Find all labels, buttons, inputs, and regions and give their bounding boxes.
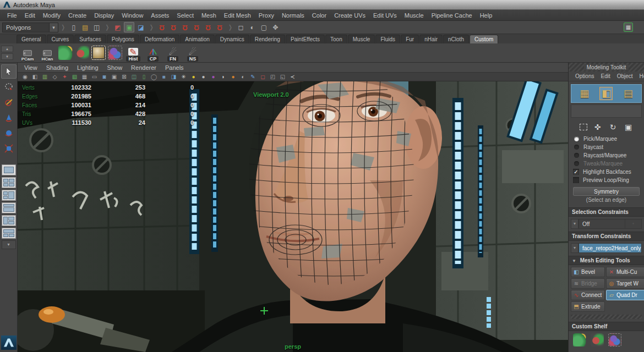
- shadows-icon[interactable]: ●: [199, 73, 208, 81]
- modeling-toolkit-titlebar[interactable]: Modeling Toolkit: [569, 63, 644, 72]
- shelf-tab-general[interactable]: General: [17, 35, 46, 43]
- shelf-tab-toon[interactable]: Toon: [325, 35, 347, 43]
- menu-edit[interactable]: Edit: [21, 12, 39, 19]
- greasepencil-icon[interactable]: ▧: [70, 73, 79, 81]
- two-d-pan-icon[interactable]: ✦: [61, 73, 69, 81]
- shelf-scroll-up-icon[interactable]: ▴: [1, 46, 13, 52]
- chevron-down-icon[interactable]: ▾: [571, 243, 578, 253]
- image-plane-icon[interactable]: ◇: [51, 73, 59, 81]
- camera-select-icon[interactable]: ◉: [21, 73, 29, 81]
- menu-muscle[interactable]: Muscle: [401, 12, 428, 19]
- menu-modify[interactable]: Modify: [39, 12, 64, 19]
- snap-point-button[interactable]: Ω: [180, 22, 190, 32]
- vp-menu-view[interactable]: View: [20, 64, 42, 71]
- menu-create[interactable]: Create: [64, 12, 90, 19]
- selection-constraints-header[interactable]: Selection Constraints: [569, 207, 644, 217]
- viewport-scene[interactable]: Verts 102332 253 0 Edges 201985 468 0 Fa…: [18, 81, 568, 352]
- shelf-scroll-down-icon[interactable]: ▾: [1, 53, 13, 60]
- shelf-tab-surfaces[interactable]: Surfaces: [74, 35, 106, 43]
- bridge-tool-button[interactable]: ≋ Bridge: [571, 278, 605, 289]
- shelf-tab-custom[interactable]: Custom: [470, 35, 498, 43]
- scale-icon[interactable]: ▣: [624, 122, 634, 132]
- menu-assets[interactable]: Assets: [147, 12, 173, 19]
- shelf-tab-curves[interactable]: Curves: [47, 35, 74, 43]
- checkbox-preview-loop-ring[interactable]: Preview Loop/Ring: [569, 176, 644, 184]
- vp-menu-lighting[interactable]: Lighting: [73, 64, 103, 71]
- menu-file[interactable]: File: [3, 12, 21, 19]
- bookmark-icon[interactable]: ▥: [41, 73, 49, 81]
- custom-shelf-paint-icon[interactable]: [608, 333, 621, 346]
- shelf-tab-nhair[interactable]: nHair: [419, 35, 443, 43]
- grid-icon[interactable]: ▦: [80, 73, 89, 81]
- lasso-tool-button[interactable]: [1, 80, 17, 94]
- resolution-gate-icon[interactable]: ◙: [100, 73, 108, 81]
- shelf-tool-paint-icon[interactable]: [108, 46, 122, 60]
- safe-title-icon[interactable]: ▯: [140, 73, 148, 81]
- textured-icon[interactable]: ◨: [170, 73, 178, 81]
- shelf-tab-fluids[interactable]: Fluids: [375, 35, 400, 43]
- mesh-editing-tools-header[interactable]: ▼ Mesh Editing Tools: [569, 256, 644, 265]
- vp-menu-show[interactable]: Show: [103, 64, 127, 71]
- vp-menu-shading[interactable]: Shading: [42, 64, 73, 71]
- menu-create-uvs[interactable]: Create UVs: [330, 12, 369, 19]
- connect-tool-button[interactable]: ∿ Connect: [571, 290, 605, 300]
- chevron-down-icon[interactable]: ▾: [571, 219, 578, 229]
- shelf-tab-rendering[interactable]: Rendering: [250, 35, 285, 43]
- bevel-tool-button[interactable]: ◧ Bevel: [571, 267, 605, 277]
- move-icon[interactable]: ✜: [593, 122, 603, 132]
- field-chart-icon[interactable]: ⊠: [120, 73, 128, 81]
- face-mode-icon[interactable]: ▤: [621, 87, 635, 100]
- radio-raycast[interactable]: Raycast: [569, 143, 644, 151]
- marquee-select-icon[interactable]: [580, 124, 587, 130]
- select-component-button[interactable]: ◪: [135, 22, 146, 32]
- shelf-tab-dynamics[interactable]: Dynamics: [215, 35, 249, 43]
- select-object-button[interactable]: ▣: [124, 22, 134, 32]
- render-current-button[interactable]: ◐: [247, 22, 258, 32]
- paint-select-tool-button[interactable]: [1, 95, 17, 109]
- vertex-mode-icon[interactable]: ▦: [578, 87, 591, 100]
- menu-pipeline-cache[interactable]: Pipeline Cache: [428, 12, 476, 19]
- menu-help[interactable]: Help: [476, 12, 496, 19]
- render-view-button[interactable]: ◻: [236, 22, 246, 32]
- menu-mesh[interactable]: Mesh: [198, 12, 220, 19]
- make-live-button[interactable]: Ω: [215, 22, 225, 32]
- edge-mode-icon[interactable]: ◧: [599, 87, 613, 100]
- multi-component-row[interactable]: [571, 105, 642, 118]
- shelf-tab-painteffects[interactable]: PaintEffects: [286, 35, 325, 43]
- menu-edit-mesh[interactable]: Edit Mesh: [220, 12, 255, 19]
- new-scene-button[interactable]: ▯: [68, 22, 79, 32]
- select-tool-button[interactable]: [1, 64, 17, 79]
- rotate-tool-button[interactable]: [1, 126, 17, 140]
- selection-constraint-dropdown[interactable]: Off: [578, 219, 625, 229]
- mt-menu-help[interactable]: Help: [636, 73, 644, 79]
- layout-persp-outliner-button[interactable]: [2, 190, 16, 201]
- shelf-tool-glove-icon[interactable]: [58, 46, 73, 60]
- shelf-tool-plant-icon[interactable]: [75, 46, 89, 60]
- target-weld-tool-button[interactable]: ◎ Target W: [606, 278, 644, 289]
- layout-more-dropdown[interactable]: ▾: [2, 240, 16, 249]
- transform-constraints-header[interactable]: Transform Constraints: [569, 232, 644, 241]
- shelf-tab-ncloth[interactable]: nCloth: [443, 35, 469, 43]
- snap-view-button[interactable]: Ω: [203, 22, 214, 32]
- extrude-tool-button[interactable]: ⬒ Extrude: [571, 301, 605, 312]
- scale-tool-button[interactable]: [1, 141, 17, 156]
- menu-window[interactable]: Window: [118, 12, 147, 19]
- shelf-button-fn[interactable]: ☄ FN: [163, 44, 182, 62]
- layout-four-view-button[interactable]: [2, 177, 16, 188]
- menu-normals[interactable]: Normals: [278, 12, 308, 19]
- vp-menu-panels[interactable]: Panels: [161, 64, 188, 71]
- gate-mask-icon[interactable]: ▣: [110, 73, 118, 81]
- menu-select[interactable]: Select: [173, 12, 198, 19]
- group-separator[interactable]: ❭: [105, 24, 110, 31]
- group-separator[interactable]: ❭: [228, 24, 233, 31]
- render-settings-button[interactable]: ✥: [270, 22, 281, 32]
- layout-persp-graph-button[interactable]: [2, 202, 16, 213]
- custom-shelf-plant-icon[interactable]: [591, 333, 604, 346]
- layout-hypershade-persp-button[interactable]: [2, 215, 16, 226]
- snap-curve-button[interactable]: Ω: [168, 22, 179, 32]
- vp-menu-renderer[interactable]: Renderer: [127, 64, 161, 71]
- ambient-light-icon[interactable]: ●: [189, 73, 198, 81]
- menu-proxy[interactable]: Proxy: [255, 12, 278, 19]
- film-gate-icon[interactable]: ▭: [90, 73, 99, 81]
- ipr-render-button[interactable]: ▢: [259, 22, 269, 32]
